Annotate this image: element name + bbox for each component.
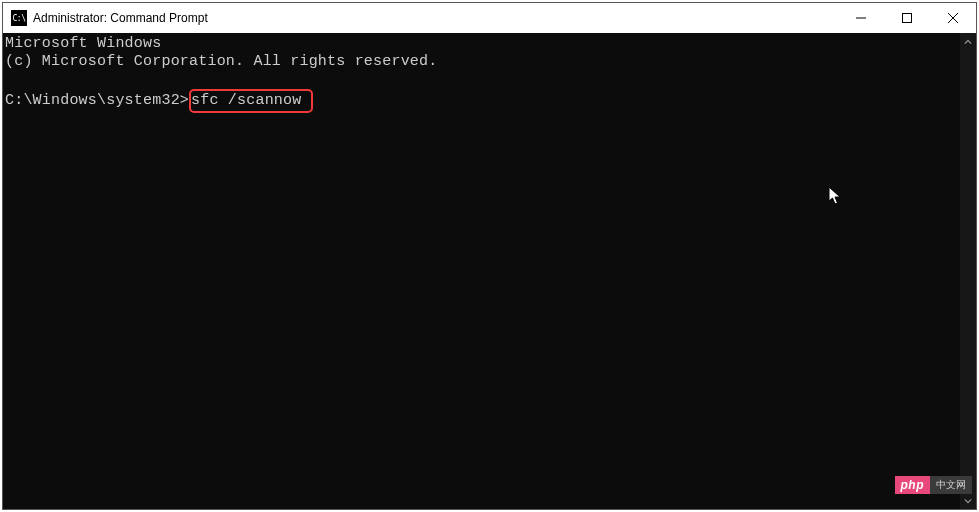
maximize-button[interactable] [884,3,930,33]
cmd-app-icon: C:\ [11,10,27,26]
svg-rect-0 [903,14,912,23]
command-highlight: sfc /scannow [189,89,313,113]
minimize-button[interactable] [838,3,884,33]
scrollbar-track[interactable] [960,50,976,492]
minimize-icon [856,13,866,23]
watermark-text: 中文网 [930,476,972,494]
window-title: Administrator: Command Prompt [33,11,208,25]
prompt-text: C:\Windows\system32> [5,92,189,109]
close-button[interactable] [930,3,976,33]
client-area: Microsoft Windows (c) Microsoft Corporat… [3,33,976,509]
watermark-brand: php [895,476,931,494]
copyright-line: (c) Microsoft Corporation. All rights re… [5,53,437,70]
os-line: Microsoft Windows [5,35,161,52]
cmd-window: C:\ Administrator: Command Prompt Micros… [2,2,977,510]
titlebar[interactable]: C:\ Administrator: Command Prompt [3,3,976,33]
scroll-up-button[interactable] [960,33,976,50]
close-icon [948,13,958,23]
watermark: php 中文网 [895,475,973,495]
chevron-down-icon [964,497,972,505]
vertical-scrollbar[interactable] [960,33,976,509]
terminal-output[interactable]: Microsoft Windows (c) Microsoft Corporat… [3,33,960,509]
command-text: sfc /scannow [191,92,301,109]
maximize-icon [902,13,912,23]
chevron-up-icon [964,38,972,46]
